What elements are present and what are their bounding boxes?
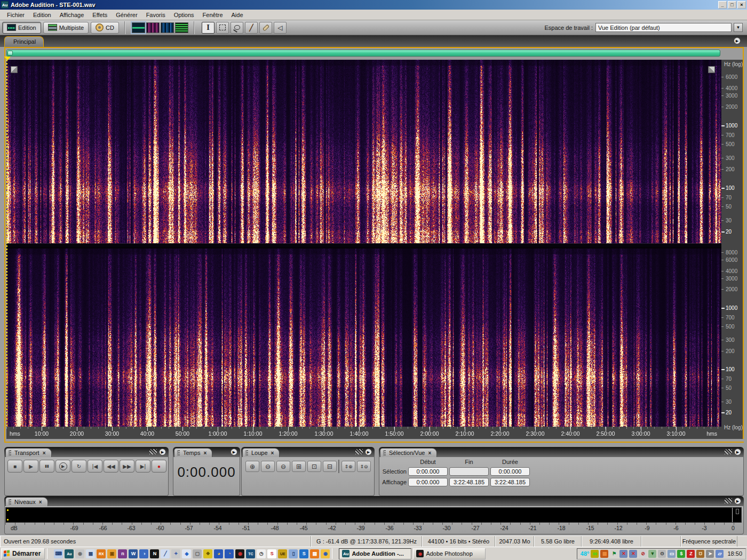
menu-favoris[interactable]: Favoris: [142, 11, 169, 19]
network-disabled2-tray-icon[interactable]: ✕: [629, 550, 637, 558]
tab-row-menu-button[interactable]: ▶: [734, 37, 741, 44]
stop-button[interactable]: ■: [7, 460, 22, 473]
edition-mode-button[interactable]: Edition: [2, 22, 41, 34]
selection-duree-field[interactable]: 0:00.000: [490, 467, 530, 476]
effects-paintbrush-tool-button[interactable]: ╱: [245, 22, 258, 34]
go-to-end-button[interactable]: ▶|: [136, 460, 150, 473]
folder-tray-icon[interactable]: ▱: [716, 550, 724, 558]
menu-effets[interactable]: Effets: [89, 11, 111, 19]
workspace-dropdown[interactable]: Vue Edition (par défaut): [595, 23, 732, 32]
office-folder-icon[interactable]: ▣: [107, 549, 116, 558]
minimize-button[interactable]: _: [718, 1, 727, 9]
spectrogram-right-channel[interactable]: [6, 249, 721, 427]
star-burst-icon[interactable]: ✦: [171, 549, 180, 558]
pause-button[interactable]: ▮▮: [39, 460, 54, 473]
niveaux-tab[interactable]: Niveaux ×: [5, 497, 48, 506]
photoshop-eye-icon[interactable]: ◉: [235, 549, 244, 558]
channel-divider[interactable]: [6, 243, 721, 247]
temps-close-icon[interactable]: ×: [203, 450, 206, 456]
rewind-button[interactable]: ◀◀: [104, 460, 118, 473]
zoom-out-vertical-button[interactable]: ⇕⊖: [357, 461, 371, 472]
zoom-to-selection-button[interactable]: ⊡: [307, 461, 321, 472]
lasso-selection-tool-button[interactable]: [231, 22, 243, 34]
zoom-in-vertical-button[interactable]: ⇕⊕: [341, 461, 355, 472]
n-black-app-icon[interactable]: N: [150, 549, 159, 558]
green-flag-tray-icon[interactable]: ⚑: [610, 550, 618, 558]
taskbar-window-audition[interactable]: AuAdobe Audition -...: [339, 548, 411, 559]
restore-button[interactable]: □: [728, 1, 736, 9]
go-to-start-button[interactable]: |◀: [88, 460, 102, 473]
affichage-duree-field[interactable]: 3:22:48.185: [490, 478, 530, 486]
time-selection-tool-button[interactable]: I: [202, 22, 214, 34]
spectral-phase-view-button[interactable]: [175, 22, 188, 33]
level-meter-tray-icon[interactable]: 00: [591, 550, 599, 558]
temps-panel-menu-button[interactable]: ▶: [231, 449, 237, 455]
selection-debut-field[interactable]: 0:00.000: [408, 467, 448, 476]
top-right-corner-grip[interactable]: [708, 66, 715, 73]
marquee-selection-tool-button[interactable]: [216, 22, 229, 34]
mouse-tray-icon[interactable]: ʘ: [658, 550, 666, 558]
waveform-view-button[interactable]: [132, 22, 145, 33]
workspace-dropdown-arrow[interactable]: ▼: [734, 23, 743, 32]
sphere-app-icon[interactable]: ◉: [75, 549, 84, 558]
updates-tray-icon[interactable]: ▼: [648, 550, 656, 558]
navbar-left-handle[interactable]: [7, 51, 13, 55]
planet-browser-icon[interactable]: ◑: [139, 549, 148, 558]
stacked-bars-tray-icon[interactable]: ▤: [600, 550, 608, 558]
frequency-scale[interactable]: Hz (log)60004000300020001000700500300200…: [721, 60, 743, 439]
rx-app-icon[interactable]: RX: [97, 549, 106, 558]
globe-gold-icon[interactable]: ◕: [214, 549, 223, 558]
menu-edition[interactable]: Edition: [29, 11, 55, 19]
word-icon[interactable]: W: [129, 549, 138, 558]
navigation-zoom-bar[interactable]: [6, 50, 720, 57]
menu-aide[interactable]: Aide: [228, 11, 247, 19]
affichage-debut-field[interactable]: 0:00.000: [408, 478, 448, 486]
clock-app-icon[interactable]: ◷: [257, 549, 266, 558]
display-tray-icon[interactable]: ▭: [667, 550, 676, 558]
loupe-panel-menu-button[interactable]: ▶: [365, 449, 372, 455]
zoom-out-full-button[interactable]: ⊖: [276, 461, 290, 472]
transport-panel-menu-button[interactable]: ▶: [159, 449, 166, 455]
onenote-icon[interactable]: n: [118, 549, 127, 558]
playhead-top-marker[interactable]: [4, 57, 11, 60]
spot-healing-tool-button[interactable]: [259, 22, 272, 34]
play-spool-button[interactable]: ▶: [55, 460, 70, 473]
niveaux-panel-menu-button[interactable]: ▶: [734, 498, 741, 505]
selection-vue-tab[interactable]: Sélection/Vue ×: [380, 448, 437, 457]
start-button[interactable]: Démarrer: [1, 548, 45, 559]
pdf-icon[interactable]: ▤: [310, 549, 319, 558]
blocked-tray-icon[interactable]: ⊘: [639, 550, 647, 558]
multipiste-mode-button[interactable]: Multipiste: [43, 22, 89, 34]
audition-quicklaunch-icon[interactable]: Au: [65, 549, 74, 558]
close-button[interactable]: ×: [737, 1, 746, 9]
lightning-tray-icon[interactable]: Z: [687, 550, 695, 558]
zoom-out-horizontal-button[interactable]: ⊖: [261, 461, 275, 472]
record-button[interactable]: ●: [152, 460, 166, 473]
globe-gold2-icon[interactable]: ◔: [225, 549, 234, 558]
niveaux-close-icon[interactable]: ×: [39, 499, 42, 505]
network-disabled-tray-icon[interactable]: ✕: [619, 550, 627, 558]
jug-tray-icon[interactable]: Ʊ: [696, 550, 704, 558]
menu-options[interactable]: Options: [170, 11, 198, 19]
time-ruler[interactable]: hms10:0020:0030:0040:0050:001:00:001:10:…: [6, 427, 721, 439]
spectral-pan-view-button[interactable]: [161, 22, 174, 33]
magic-wand-icon[interactable]: ╱: [161, 549, 170, 558]
zoom-selection-left-button[interactable]: ⊞: [292, 461, 306, 472]
tab-principal[interactable]: Principal: [4, 36, 44, 47]
cd-mode-button[interactable]: CD: [91, 22, 119, 34]
money-tray-icon[interactable]: $: [677, 550, 685, 558]
top-left-corner-grip[interactable]: [11, 66, 18, 73]
media-keyboard-icon[interactable]: ⌨: [54, 549, 63, 558]
menu-fenêtre[interactable]: Fenêtre: [199, 11, 227, 19]
sbp-icon[interactable]: S: [267, 549, 276, 558]
blue-device-icon[interactable]: ▯: [289, 549, 298, 558]
play-button[interactable]: ▶: [23, 460, 38, 473]
playhead-line[interactable]: [6, 60, 7, 427]
affichage-fin-field[interactable]: 3:22:48.185: [449, 478, 489, 486]
selection-fin-field[interactable]: [449, 467, 489, 476]
ue-coin-icon[interactable]: UE: [278, 549, 287, 558]
selection-panel-menu-button[interactable]: ▶: [734, 449, 741, 455]
scrub-tool-button[interactable]: ◁: [274, 22, 287, 34]
gray-app-icon[interactable]: ▢: [193, 549, 202, 558]
loop-play-button[interactable]: ↻: [71, 460, 86, 473]
